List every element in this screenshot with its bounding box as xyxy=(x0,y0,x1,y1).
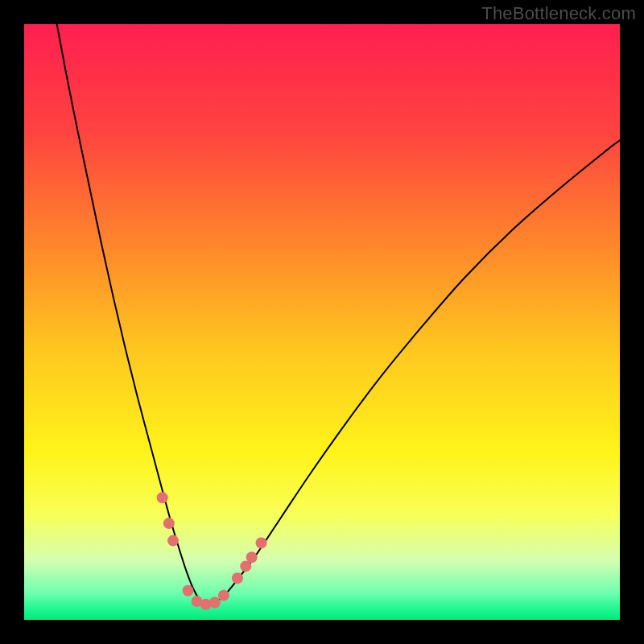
gradient-background xyxy=(24,24,620,620)
highlight-point xyxy=(163,518,175,529)
highlight-point xyxy=(218,590,229,601)
highlight-point xyxy=(167,535,179,547)
highlight-point xyxy=(209,597,221,609)
highlight-point xyxy=(183,585,194,597)
watermark-text: TheBottleneck.com xyxy=(481,3,636,24)
chart-frame: TheBottleneck.com xyxy=(0,0,644,644)
chart-svg xyxy=(24,24,620,620)
highlight-point xyxy=(157,492,168,503)
highlight-point xyxy=(232,572,243,584)
plot-area xyxy=(24,24,620,620)
highlight-point xyxy=(256,538,267,549)
highlight-point xyxy=(246,551,258,563)
